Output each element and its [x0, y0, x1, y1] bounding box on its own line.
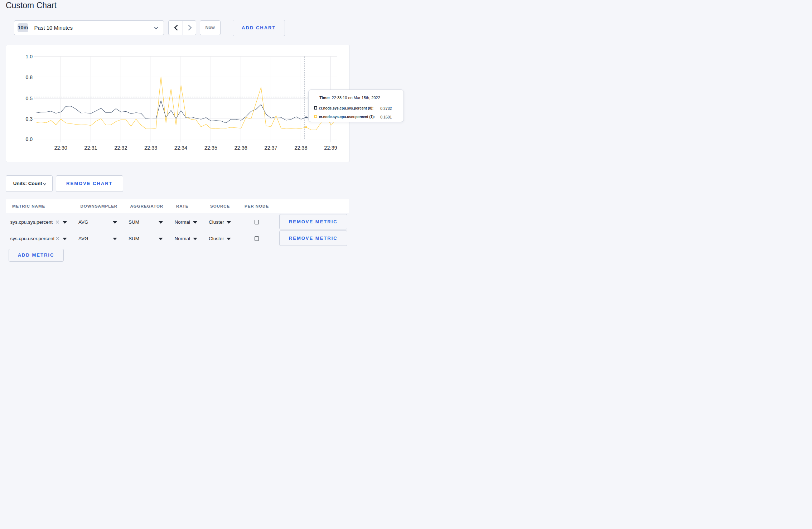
svg-text:0.3: 0.3 [26, 116, 33, 122]
svg-text:0.5: 0.5 [26, 96, 33, 101]
svg-text:22:33: 22:33 [144, 145, 157, 151]
svg-text:22:36: 22:36 [235, 145, 247, 151]
svg-text:0.8: 0.8 [26, 74, 33, 80]
svg-text:22:37: 22:37 [264, 145, 277, 151]
svg-text:22:30: 22:30 [54, 145, 67, 151]
svg-text:0.0: 0.0 [26, 136, 33, 142]
svg-text:22:39: 22:39 [324, 145, 337, 151]
svg-text:22:38: 22:38 [294, 145, 307, 151]
svg-text:1.0: 1.0 [26, 54, 33, 59]
svg-text:22:31: 22:31 [84, 145, 97, 151]
svg-text:22:34: 22:34 [174, 145, 187, 151]
svg-text:22:32: 22:32 [114, 145, 127, 151]
svg-text:22:35: 22:35 [204, 145, 217, 151]
